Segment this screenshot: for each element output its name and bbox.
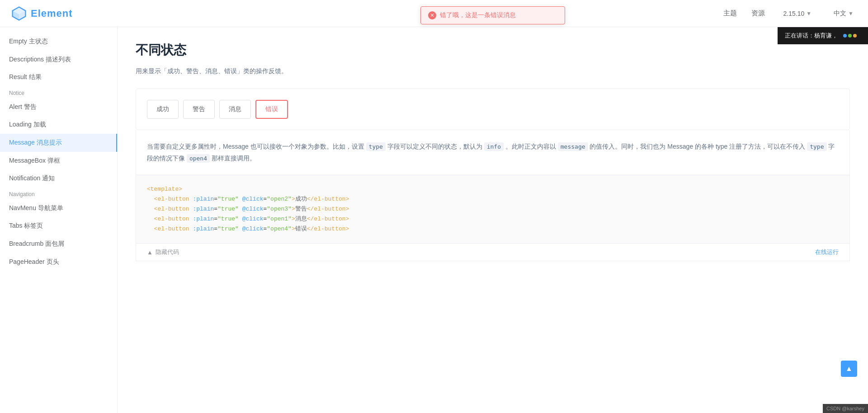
code-footer: ▲ 隐藏代码 在线运行 [136,243,849,261]
code-type: type [366,142,386,151]
scroll-to-top-button[interactable]: ▲ [841,361,857,377]
sidebar-item-alert[interactable]: Alert 警告 [0,98,117,116]
triangle-up-icon: ▲ [147,249,153,256]
sidebar-item-descriptions[interactable]: Descriptions 描述列表 [0,51,117,69]
code-block: <template> <el-button :plain="true" @cli… [136,175,849,243]
sidebar-item-breadcrumb[interactable]: Breadcrumb 面包屑 [0,235,117,253]
logo[interactable]: Element [11,5,73,22]
code-line-4: <el-button :plain="true" @click="open1">… [147,214,839,224]
sidebar-section-notice: Notice [0,86,117,98]
header-nav: 主题 资源 2.15.10 ▼ 中文 ▼ [723,8,858,19]
sidebar: Empty 主状态 Descriptions 描述列表 Result 结果 No… [0,27,118,413]
error-icon: ✕ [428,11,436,19]
language-selector[interactable]: 中文 ▼ [830,8,857,19]
sidebar-item-pageheader[interactable]: PageHeader 页头 [0,253,117,271]
sidebar-item-loading[interactable]: Loading 加载 [0,116,117,134]
code-area: <template> <el-button :plain="true" @cli… [136,175,850,261]
logo-icon [11,5,27,22]
description-area: 当需要自定义更多属性时，Message 也可以接收一个对象为参数。比如，设置 t… [136,130,850,175]
version-selector[interactable]: 2.15.10 ▼ [779,8,816,19]
version-chevron-icon: ▼ [806,10,811,17]
header: Element ✕ 错了哦，这是一条错误消息 主题 资源 2.15.10 ▼ 中… [0,0,868,27]
run-online-button[interactable]: 在线运行 [815,248,839,256]
language-text: 中文 [834,9,846,18]
error-notification-text: 错了哦，这是一条错误消息 [440,11,516,19]
page-title: 不同状态 [136,42,850,59]
desc-text-4: 的值传入。同时，我们也为 Message 的各种 type 注册了方法，可以在不… [588,143,807,150]
error-notification: ✕ 错了哦，这是一条错误消息 [420,6,565,24]
nav-item-resource[interactable]: 资源 [751,9,765,18]
code-open4: open4 [187,154,210,163]
sidebar-item-empty[interactable]: Empty 主状态 [0,33,117,51]
hide-code-label: 隐藏代码 [156,248,179,256]
desc-text-6: 那样直接调用。 [210,155,256,162]
sidebar-item-notification[interactable]: Notification 通知 [0,169,117,188]
btn-warning[interactable]: 警告 [183,100,215,119]
btn-success[interactable]: 成功 [147,100,179,119]
code-line-1: <template> [147,184,839,194]
page-description: 用来显示「成功、警告、消息、错误」类的操作反馈。 [136,66,850,76]
code-type2: type [807,142,826,151]
nav-item-theme[interactable]: 主题 [723,9,737,18]
demo-area: 成功 警告 消息 错误 [136,89,850,130]
sidebar-item-result[interactable]: Result 结果 [0,68,117,86]
code-line-2: <el-button :plain="true" @click="open2">… [147,194,839,204]
demo-buttons: 成功 警告 消息 错误 [147,100,839,119]
arrow-up-icon: ▲ [845,365,853,373]
code-message: message [558,142,588,151]
code-line-5: <el-button :plain="true" @click="open4">… [147,224,839,234]
hide-code-button[interactable]: ▲ 隐藏代码 [147,248,179,256]
sidebar-item-message[interactable]: Message 消息提示 [0,134,117,152]
sidebar-section-navigation: Navigation [0,188,117,199]
sidebar-item-tabs[interactable]: Tabs 标签页 [0,217,117,235]
sidebar-item-messagebox[interactable]: MessageBox 弹框 [0,152,117,170]
desc-text-1: 当需要自定义更多属性时，Message 也可以接收一个对象为参数。比如，设置 [147,143,366,150]
code-info: info [484,142,504,151]
btn-message[interactable]: 消息 [219,100,251,119]
layout: Empty 主状态 Descriptions 描述列表 Result 结果 No… [0,27,868,413]
main-content: 不同状态 用来显示「成功、警告、消息、错误」类的操作反馈。 成功 警告 消息 错… [118,27,868,413]
header-left: Element [11,5,73,22]
btn-error[interactable]: 错误 [255,100,288,119]
csdn-badge: CSDN @karshey [823,404,868,413]
desc-text-3: 。此时正文内容以 [504,143,558,150]
logo-text: Element [31,8,73,19]
code-line-3: <el-button :plain="true" @click="open3">… [147,204,839,214]
version-text: 2.15.10 [783,10,805,17]
desc-text-2: 字段可以定义不同的状态，默认为 [386,143,484,150]
lang-chevron-icon: ▼ [848,10,854,17]
sidebar-item-navmenu[interactable]: NavMenu 导航菜单 [0,199,117,217]
